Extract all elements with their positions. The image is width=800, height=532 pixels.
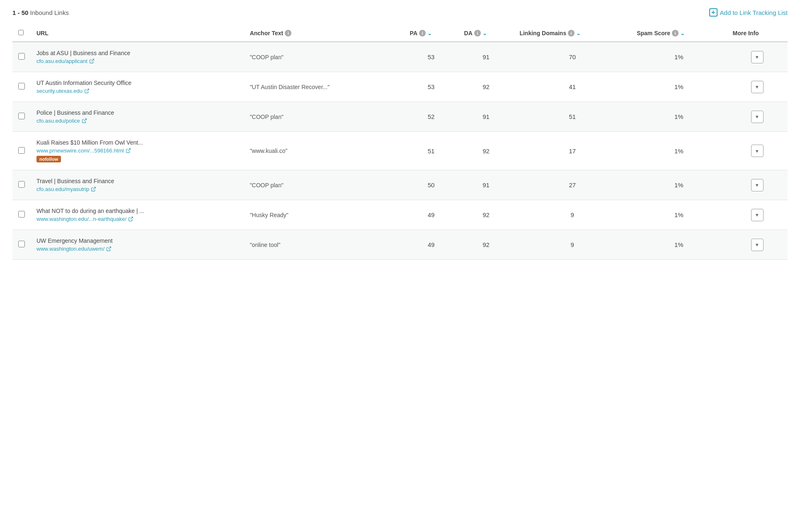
header-linking-label: Linking Domains [519, 30, 566, 36]
main-container: 1 - 50 Inbound Links + Add to Link Track… [0, 0, 800, 268]
url-link[interactable]: www.washington.edu/...n-earthquake/ [36, 216, 238, 222]
url-cell: UW Emergency Managementwww.washington.ed… [31, 230, 244, 260]
top-bar: 1 - 50 Inbound Links + Add to Link Track… [12, 8, 788, 17]
url-link[interactable]: cfo.asu.edu/myasutrip [36, 186, 238, 192]
anchor-cell: "online tool" [244, 230, 404, 260]
add-tracking-label: Add to Link Tracking List [720, 9, 788, 16]
header-spam: Spam Score i ⌄ [631, 25, 727, 42]
external-link-icon [128, 216, 133, 222]
table-row: Kuali Raises $10 Million From Owl Vent..… [12, 132, 788, 170]
spam-cell: 1% [631, 42, 727, 72]
url-title: UT Austin Information Security Office [36, 80, 238, 86]
svg-line-2 [84, 119, 86, 121]
more-info-cell: ▾ [727, 102, 788, 132]
url-link[interactable]: cfo.asu.edu/police [36, 118, 238, 124]
header-moreinfo: More Info [727, 25, 788, 42]
da-cell: 91 [458, 42, 514, 72]
pa-cell: 52 [404, 102, 458, 132]
url-cell: UT Austin Information Security Officesec… [31, 72, 244, 102]
pa-info-icon[interactable]: i [419, 30, 426, 36]
header-spam-label: Spam Score [637, 30, 670, 36]
linking-cell: 27 [514, 170, 631, 200]
results-range: 1 - 50 [12, 9, 28, 16]
more-info-dropdown-button[interactable]: ▾ [751, 111, 764, 123]
spam-info-icon[interactable]: i [672, 30, 679, 36]
url-link[interactable]: www.washington.edu/uwem/ [36, 246, 238, 252]
spam-cell: 1% [631, 170, 727, 200]
linking-info-icon[interactable]: i [568, 30, 575, 36]
da-cell: 92 [458, 132, 514, 170]
anchor-cell: "COOP plan" [244, 42, 404, 72]
svg-line-0 [91, 59, 94, 62]
row-checkbox[interactable] [18, 241, 25, 247]
url-title: Travel | Business and Finance [36, 178, 238, 184]
row-checkbox-cell [12, 230, 31, 260]
row-checkbox-cell [12, 72, 31, 102]
header-checkbox [12, 25, 31, 42]
svg-line-5 [130, 217, 133, 220]
linking-sort-icon[interactable]: ⌄ [576, 30, 581, 36]
header-pa: PA i ⌄ [404, 25, 458, 42]
da-sort-icon[interactable]: ⌄ [482, 30, 487, 36]
more-info-cell: ▾ [727, 170, 788, 200]
anchor-cell: "www.kuali.co" [244, 132, 404, 170]
external-link-icon [89, 58, 95, 64]
da-cell: 91 [458, 170, 514, 200]
spam-cell: 1% [631, 102, 727, 132]
row-checkbox[interactable] [18, 83, 25, 89]
table-row: Police | Business and Financecfo.asu.edu… [12, 102, 788, 132]
anchor-cell: "Husky Ready" [244, 200, 404, 230]
header-anchor-label: Anchor Text [250, 30, 284, 36]
more-info-cell: ▾ [727, 72, 788, 102]
svg-line-4 [93, 187, 96, 190]
pa-sort-icon[interactable]: ⌄ [427, 30, 432, 36]
more-info-dropdown-button[interactable]: ▾ [751, 239, 764, 251]
header-url-label: URL [36, 30, 48, 36]
svg-line-3 [128, 149, 130, 151]
more-info-dropdown-button[interactable]: ▾ [751, 209, 764, 221]
inbound-links-table: URL Anchor Text i PA i ⌄ [12, 25, 788, 260]
spam-cell: 1% [631, 230, 727, 260]
row-checkbox[interactable] [18, 211, 25, 218]
pa-cell: 49 [404, 200, 458, 230]
more-info-cell: ▾ [727, 200, 788, 230]
row-checkbox[interactable] [18, 181, 25, 188]
more-info-dropdown-button[interactable]: ▾ [751, 81, 764, 93]
url-title: Jobs at ASU | Business and Finance [36, 50, 238, 56]
url-title: Police | Business and Finance [36, 109, 238, 116]
select-all-checkbox[interactable] [18, 30, 24, 35]
da-cell: 91 [458, 102, 514, 132]
url-link[interactable]: cfo.asu.edu/applicant [36, 58, 238, 64]
pa-cell: 50 [404, 170, 458, 200]
table-row: UW Emergency Managementwww.washington.ed… [12, 230, 788, 260]
more-info-dropdown-button[interactable]: ▾ [751, 51, 764, 63]
add-tracking-button[interactable]: + Add to Link Tracking List [709, 8, 788, 17]
url-title: UW Emergency Management [36, 237, 238, 244]
external-link-icon [82, 118, 87, 123]
more-info-cell: ▾ [727, 230, 788, 260]
more-info-dropdown-button[interactable]: ▾ [751, 145, 764, 157]
row-checkbox[interactable] [18, 113, 25, 119]
da-cell: 92 [458, 230, 514, 260]
da-info-icon[interactable]: i [474, 30, 481, 36]
more-info-cell: ▾ [727, 42, 788, 72]
spam-cell: 1% [631, 200, 727, 230]
spam-sort-icon[interactable]: ⌄ [680, 30, 685, 36]
external-link-icon [106, 246, 112, 251]
url-cell: Travel | Business and Financecfo.asu.edu… [31, 170, 244, 200]
svg-line-6 [108, 247, 111, 249]
header-da: DA i ⌄ [458, 25, 514, 42]
url-link[interactable]: www.prnewswire.com/...598166.html [36, 148, 238, 154]
header-url: URL [31, 25, 244, 42]
anchor-cell: "COOP plan" [244, 102, 404, 132]
external-link-icon [91, 186, 96, 192]
linking-cell: 51 [514, 102, 631, 132]
url-link[interactable]: security.utexas.edu [36, 88, 238, 94]
more-info-dropdown-button[interactable]: ▾ [751, 179, 764, 191]
anchor-info-icon[interactable]: i [285, 30, 291, 36]
row-checkbox[interactable] [18, 53, 25, 60]
header-anchor: Anchor Text i [244, 25, 404, 42]
url-cell: What NOT to do during an earthquake | ..… [31, 200, 244, 230]
results-label: 1 - 50 Inbound Links [12, 9, 69, 16]
row-checkbox[interactable] [18, 147, 25, 154]
